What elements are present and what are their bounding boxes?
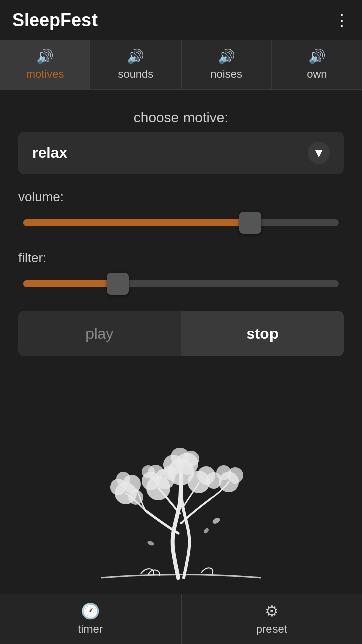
svg-point-21: [216, 465, 231, 480]
play-button[interactable]: play: [18, 311, 182, 356]
filter-track: [23, 280, 339, 287]
motives-icon: 🔊: [36, 48, 54, 65]
svg-point-3: [116, 472, 130, 486]
tab-own[interactable]: 🔊 own: [272, 40, 362, 89]
filter-label: filter:: [18, 250, 344, 266]
motive-dropdown[interactable]: relax ▼: [18, 132, 344, 174]
nav-preset[interactable]: ⚙ preset: [182, 594, 363, 644]
svg-point-22: [212, 517, 221, 525]
tab-noises[interactable]: 🔊 noises: [182, 40, 272, 89]
noises-icon: 🔊: [218, 48, 235, 65]
filter-slider[interactable]: [18, 272, 344, 296]
app-title: SleepFest: [12, 10, 98, 31]
volume-label: volume:: [18, 189, 344, 205]
dropdown-value: relax: [32, 144, 67, 162]
sounds-icon: 🔊: [127, 48, 144, 65]
svg-point-4: [128, 490, 143, 505]
choose-motive-label: choose motive:: [18, 110, 344, 126]
illustration-area: [18, 371, 344, 584]
volume-thumb[interactable]: [239, 212, 261, 234]
dropdown-arrow-icon: ▼: [308, 142, 330, 164]
more-icon[interactable]: ⋮: [334, 12, 350, 28]
filter-section: filter:: [18, 250, 344, 296]
svg-point-10: [142, 465, 155, 478]
bottom-nav: 🕐 timer ⚙ preset: [0, 594, 362, 644]
top-bar: SleepFest ⋮: [0, 0, 362, 40]
playback-controls: play stop: [18, 311, 344, 356]
tab-sounds[interactable]: 🔊 sounds: [90, 40, 181, 89]
volume-section: volume:: [18, 189, 344, 235]
volume-fill: [23, 219, 250, 226]
filter-fill: [23, 280, 118, 287]
svg-point-23: [203, 527, 210, 534]
preset-icon: ⚙: [265, 602, 279, 620]
tab-motives-label: motives: [26, 68, 64, 81]
volume-track: [23, 219, 339, 226]
filter-thumb[interactable]: [107, 273, 129, 295]
nav-preset-label: preset: [256, 623, 287, 636]
tree-illustration: [101, 443, 261, 584]
stop-button[interactable]: stop: [182, 311, 344, 356]
nav-timer[interactable]: 🕐 timer: [0, 594, 182, 644]
svg-point-24: [147, 540, 155, 546]
choose-motive-section: choose motive: relax ▼: [18, 110, 344, 174]
volume-slider[interactable]: [18, 211, 344, 235]
own-icon: 🔊: [308, 48, 326, 65]
tab-own-label: own: [307, 68, 327, 81]
timer-icon: 🕐: [81, 602, 100, 620]
tab-bar: 🔊 motives 🔊 sounds 🔊 noises 🔊 own: [0, 40, 362, 90]
nav-timer-label: timer: [78, 623, 103, 636]
tab-sounds-label: sounds: [118, 68, 153, 81]
main-content: choose motive: relax ▼ volume: filter:: [0, 90, 362, 594]
svg-point-15: [183, 451, 199, 467]
tab-motives[interactable]: 🔊 motives: [0, 40, 90, 89]
tab-noises-label: noises: [210, 68, 242, 81]
